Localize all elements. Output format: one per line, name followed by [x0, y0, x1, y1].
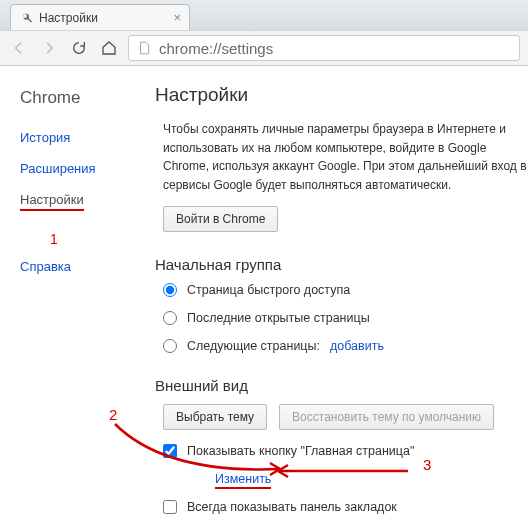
close-icon[interactable]: × — [173, 11, 181, 24]
radio-newtab[interactable] — [163, 283, 177, 297]
home-button[interactable] — [98, 37, 120, 59]
brand-label: Chrome — [20, 88, 135, 108]
tab-strip: Настройки × — [0, 0, 528, 30]
reset-theme-button[interactable]: Восстановить тему по умолчанию — [279, 404, 494, 430]
page-title: Настройки — [155, 84, 528, 106]
back-button[interactable] — [8, 37, 30, 59]
radio-continue[interactable] — [163, 311, 177, 325]
sign-in-button[interactable]: Войти в Chrome — [163, 206, 278, 232]
startup-option-continue[interactable]: Последние открытые страницы — [163, 311, 528, 325]
startup-option-newtab[interactable]: Страница быстрого доступа — [163, 283, 528, 297]
annotation-2: 2 — [109, 406, 117, 423]
arrow-right-icon — [41, 40, 57, 56]
forward-button[interactable] — [38, 37, 60, 59]
add-pages-link[interactable]: добавить — [330, 339, 384, 353]
sidebar: Chrome История Расширения Настройки 1 Сп… — [0, 66, 135, 517]
radio-pages-label: Следующие страницы: — [187, 339, 320, 353]
address-bar[interactable]: chrome://settings — [128, 35, 520, 61]
content: Настройки Чтобы сохранять личные парамет… — [135, 66, 528, 517]
sidebar-item-settings[interactable]: Настройки — [20, 192, 84, 211]
arrow-left-icon — [11, 40, 27, 56]
radio-pages[interactable] — [163, 339, 177, 353]
show-bookmarks-checkbox[interactable] — [163, 500, 177, 514]
show-home-row[interactable]: Показывать кнопку "Главная страница" — [163, 444, 528, 458]
startup-option-pages[interactable]: Следующие страницы: добавить — [163, 339, 528, 353]
tab-title: Настройки — [39, 11, 98, 25]
change-home-link[interactable]: Изменить — [215, 472, 271, 489]
show-bookmarks-label: Всегда показывать панель закладок — [187, 500, 397, 514]
url-text: chrome://settings — [159, 40, 273, 57]
toolbar: chrome://settings — [0, 30, 528, 66]
sidebar-item-history[interactable]: История — [20, 130, 70, 145]
annotation-1: 1 — [50, 231, 135, 247]
wrench-icon — [21, 12, 33, 24]
radio-continue-label: Последние открытые страницы — [187, 311, 370, 325]
show-bookmarks-row[interactable]: Всегда показывать панель закладок — [163, 500, 528, 514]
browser-tab[interactable]: Настройки × — [10, 4, 190, 30]
sidebar-item-extensions[interactable]: Расширения — [20, 161, 96, 176]
home-icon — [101, 40, 117, 56]
sidebar-item-help[interactable]: Справка — [20, 259, 71, 274]
choose-theme-button[interactable]: Выбрать тему — [163, 404, 267, 430]
show-home-label: Показывать кнопку "Главная страница" — [187, 444, 414, 458]
page: Chrome История Расширения Настройки 1 Сп… — [0, 66, 528, 517]
page-icon — [137, 41, 151, 55]
reload-icon — [71, 40, 87, 56]
sync-description: Чтобы сохранять личные параметры браузер… — [163, 120, 528, 194]
show-home-checkbox[interactable] — [163, 444, 177, 458]
section-startup-title: Начальная группа — [155, 256, 528, 273]
annotation-3: 3 — [423, 456, 431, 473]
reload-button[interactable] — [68, 37, 90, 59]
radio-newtab-label: Страница быстрого доступа — [187, 283, 350, 297]
section-appearance-title: Внешний вид — [155, 377, 528, 394]
